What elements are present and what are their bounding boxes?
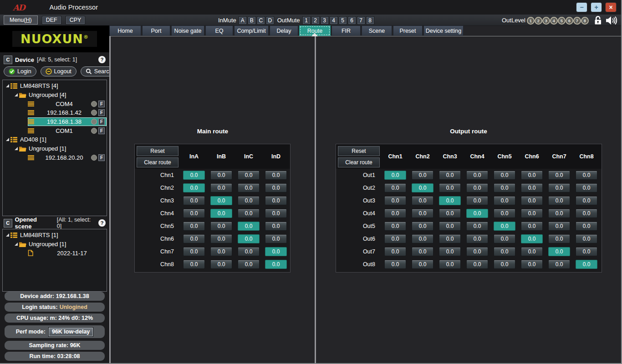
output-route-cell-out5-chn6[interactable]: 0.0 [521,222,543,231]
outlevel-knob-7[interactable]: 7 [573,17,581,25]
output-route-cell-out7-chn6[interactable]: 0.0 [521,247,543,256]
outlevel-knob-1[interactable]: 1 [527,17,535,25]
main-route-cell-chn5-inb[interactable]: 0.0 [210,222,232,231]
device-tree-item-com4[interactable]: COM4F [3,99,107,108]
main-route-cell-chn5-inc[interactable]: 0.0 [238,222,260,231]
output-route-cell-out3-chn2[interactable]: 0.0 [412,196,433,205]
output-route-cell-out4-chn4[interactable]: 0.0 [466,209,488,218]
output-route-cell-out1-chn6[interactable]: 0.0 [521,171,543,180]
main-route-cell-chn8-inc[interactable]: 0.0 [238,260,260,269]
output-route-cell-out1-chn8[interactable]: 0.0 [576,171,597,180]
expander-icon[interactable] [14,93,19,97]
output-route-cell-out7-chn5[interactable]: 0.0 [494,247,515,256]
main-route-clear-route-button[interactable]: Clear route [137,157,178,167]
close-button[interactable]: × [605,2,617,12]
output-route-cell-out1-chn7[interactable]: 0.0 [548,171,570,180]
main-route-reset-button[interactable]: Reset [137,146,178,156]
main-route-cell-chn7-inb[interactable]: 0.0 [210,247,232,256]
outmute-button-6[interactable]: 6 [348,16,356,25]
lock-icon[interactable] [594,15,602,25]
device-tree-item-ad408-1[interactable]: AD408 [1] [3,135,107,144]
main-route-cell-chn4-inb[interactable]: 0.0 [210,209,232,218]
outlevel-knob-5[interactable]: 5 [558,17,566,25]
output-route-cell-out8-chn1[interactable]: 0.0 [384,260,406,269]
output-route-cell-out5-chn8[interactable]: 0.0 [576,222,597,231]
main-route-cell-chn4-ind[interactable]: 0.0 [265,209,287,218]
tab-delay[interactable]: Delay [270,25,298,36]
output-route-cell-out7-chn4[interactable]: 0.0 [466,247,488,256]
output-route-cell-out4-chn5[interactable]: 0.0 [494,209,515,218]
output-route-cell-out5-chn3[interactable]: 0.0 [439,222,461,231]
device-help-icon[interactable]: ? [98,56,106,63]
output-route-cell-out5-chn7[interactable]: 0.0 [548,222,570,231]
main-route-cell-chn3-ind[interactable]: 0.0 [265,196,287,205]
device-tree-item-ungrouped-1[interactable]: Ungrouped [1] [3,144,107,153]
output-route-cell-out3-chn7[interactable]: 0.0 [548,196,570,205]
f-badge-button[interactable]: F [98,109,105,116]
tab-preset[interactable]: Preset [393,25,423,36]
f-badge-button[interactable]: F [98,118,105,125]
expander-icon[interactable] [5,233,10,237]
outmute-button-7[interactable]: 7 [357,16,365,25]
output-route-cell-out5-chn2[interactable]: 0.0 [412,222,433,231]
device-tree-item-192-168-1-38[interactable]: 192.168.1.38F [3,117,107,126]
f-badge-button[interactable]: F [98,101,105,107]
tab-scene[interactable]: Scene [362,25,392,36]
tab-home[interactable]: Home [109,25,141,36]
output-route-cell-out5-chn1[interactable]: 0.0 [384,222,406,231]
device-tree-item-ungrouped-4[interactable]: Ungrouped [4] [3,91,107,100]
main-route-cell-chn8-ind[interactable]: 0.0 [265,260,287,269]
device-tree-item-com1[interactable]: COM1F [3,126,107,135]
expander-icon[interactable] [14,242,19,246]
scene-help-icon[interactable]: ? [98,219,106,227]
main-route-cell-chn3-inb[interactable]: 0.0 [210,196,232,205]
output-route-cell-out7-chn8[interactable]: 0.0 [576,247,597,256]
scene-collapse-button[interactable]: C [4,219,12,228]
def-button[interactable]: DEF [42,16,61,25]
outmute-button-5[interactable]: 5 [339,16,347,25]
output-route-cell-out4-chn1[interactable]: 0.0 [384,209,406,218]
outmute-button-1[interactable]: 1 [302,16,311,25]
main-route-cell-chn4-ina[interactable]: 0.0 [183,209,205,218]
minimize-button[interactable]: − [576,2,587,12]
tab-device-setting[interactable]: Device setting [423,25,464,36]
speaker-icon[interactable] [606,16,617,25]
output-route-cell-out8-chn5[interactable]: 0.0 [494,260,515,269]
tab-port[interactable]: Port [142,25,170,36]
scene-tree-item-ungrouped-1[interactable]: Ungrouped [1] [3,240,107,249]
output-route-cell-out8-chn6[interactable]: 0.0 [521,260,543,269]
output-route-cell-out8-chn2[interactable]: 0.0 [412,260,433,269]
output-route-cell-out7-chn2[interactable]: 0.0 [412,247,433,256]
output-route-cell-out2-chn5[interactable]: 0.0 [494,183,515,192]
outlevel-knob-8[interactable]: 8 [581,17,589,25]
main-route-cell-chn1-inc[interactable]: 0.0 [238,171,260,180]
tab-comp-limit[interactable]: Comp/Limit [234,25,269,36]
main-route-cell-chn4-inc[interactable]: 0.0 [238,209,260,218]
maximize-button[interactable]: + [591,2,602,12]
main-route-cell-chn5-ina[interactable]: 0.0 [183,222,205,231]
output-route-cell-out5-chn4[interactable]: 0.0 [466,222,488,231]
main-route-cell-chn2-ina[interactable]: 0.0 [183,183,205,192]
login-button[interactable]: Login [4,66,36,76]
main-route-cell-chn8-inb[interactable]: 0.0 [210,260,232,269]
output-route-cell-out1-chn1[interactable]: 0.0 [384,171,406,180]
main-route-cell-chn7-ina[interactable]: 0.0 [183,247,205,256]
main-route-cell-chn8-ina[interactable]: 0.0 [183,260,205,269]
main-route-cell-chn5-ind[interactable]: 0.0 [265,222,287,231]
output-route-cell-out4-chn3[interactable]: 0.0 [439,209,461,218]
output-route-cell-out2-chn6[interactable]: 0.0 [521,183,543,192]
outmute-button-8[interactable]: 8 [366,16,374,25]
logout-button[interactable]: Logout [41,66,76,76]
output-route-cell-out6-chn2[interactable]: 0.0 [412,234,433,243]
output-route-cell-out3-chn5[interactable]: 0.0 [494,196,515,205]
output-route-cell-out2-chn1[interactable]: 0.0 [384,183,406,192]
output-route-cell-out1-chn4[interactable]: 0.0 [466,171,488,180]
cpy-button[interactable]: CPY [66,16,86,25]
main-route-cell-chn6-ina[interactable]: 0.0 [183,234,205,243]
output-route-cell-out3-chn8[interactable]: 0.0 [576,196,597,205]
output-route-cell-out2-chn2[interactable]: 0.0 [412,183,433,192]
output-route-cell-out4-chn8[interactable]: 0.0 [576,209,597,218]
inmute-button-d[interactable]: D [266,16,274,25]
scene-tree-item-lm848rts-1[interactable]: LM848RTS [1] [3,231,107,240]
expander-icon[interactable] [5,137,10,142]
